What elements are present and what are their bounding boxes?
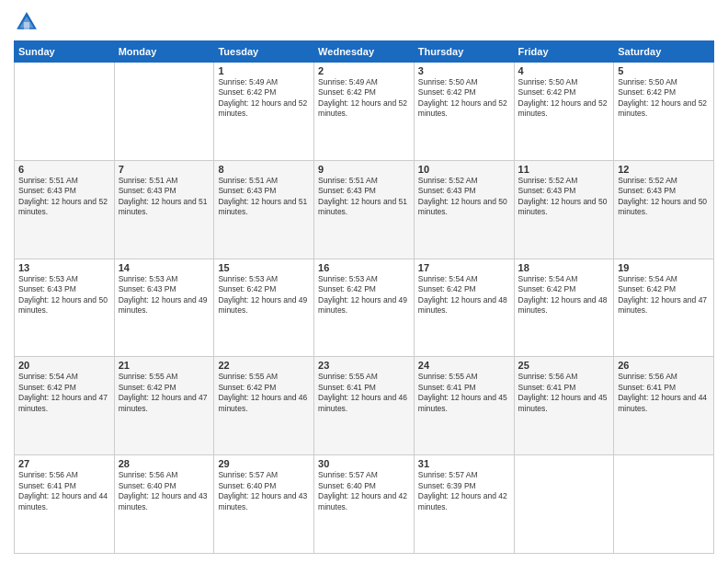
sunset-text: Sunset: 6:42 PM xyxy=(218,284,276,293)
sunset-text: Sunset: 6:43 PM xyxy=(318,186,376,195)
day-number: 8 xyxy=(218,164,310,175)
sunset-text: Sunset: 6:42 PM xyxy=(618,284,676,293)
calendar-cell: 10 Sunrise: 5:52 AM Sunset: 6:43 PM Dayl… xyxy=(414,160,514,259)
day-number: 14 xyxy=(119,262,210,273)
day-number: 9 xyxy=(318,164,410,175)
sunrise-text: Sunrise: 5:49 AM xyxy=(318,77,378,86)
sunset-text: Sunset: 6:43 PM xyxy=(618,186,676,195)
day-info: Sunrise: 5:57 AM Sunset: 6:40 PM Dayligh… xyxy=(318,470,410,512)
calendar-cell: 28 Sunrise: 5:56 AM Sunset: 6:40 PM Dayl… xyxy=(114,455,214,554)
sunrise-text: Sunrise: 5:53 AM xyxy=(218,274,278,283)
daylight-text: Daylight: 12 hours and 52 minutes. xyxy=(318,98,407,118)
calendar-week-row: 1 Sunrise: 5:49 AM Sunset: 6:42 PM Dayli… xyxy=(15,63,714,161)
day-info: Sunrise: 5:55 AM Sunset: 6:41 PM Dayligh… xyxy=(418,372,510,414)
sunset-text: Sunset: 6:41 PM xyxy=(518,383,576,392)
day-info: Sunrise: 5:56 AM Sunset: 6:41 PM Dayligh… xyxy=(618,372,710,414)
day-info: Sunrise: 5:52 AM Sunset: 6:43 PM Dayligh… xyxy=(418,176,510,218)
calendar-cell: 22 Sunrise: 5:55 AM Sunset: 6:42 PM Dayl… xyxy=(214,357,314,455)
calendar-cell: 23 Sunrise: 5:55 AM Sunset: 6:41 PM Dayl… xyxy=(314,357,415,455)
calendar-cell xyxy=(514,455,614,554)
calendar-cell: 8 Sunrise: 5:51 AM Sunset: 6:43 PM Dayli… xyxy=(214,160,314,259)
calendar-cell: 19 Sunrise: 5:54 AM Sunset: 6:42 PM Dayl… xyxy=(614,259,714,357)
daylight-text: Daylight: 12 hours and 43 minutes. xyxy=(218,491,307,511)
day-number: 26 xyxy=(618,360,710,371)
sunrise-text: Sunrise: 5:53 AM xyxy=(318,274,378,283)
sunset-text: Sunset: 6:42 PM xyxy=(418,87,476,97)
day-info: Sunrise: 5:56 AM Sunset: 6:41 PM Dayligh… xyxy=(518,372,610,414)
day-number: 24 xyxy=(418,360,510,371)
day-number: 20 xyxy=(18,360,110,371)
day-info: Sunrise: 5:50 AM Sunset: 6:42 PM Dayligh… xyxy=(518,77,610,120)
daylight-text: Daylight: 12 hours and 49 minutes. xyxy=(318,295,407,315)
calendar-cell: 26 Sunrise: 5:56 AM Sunset: 6:41 PM Dayl… xyxy=(614,357,714,455)
sunrise-text: Sunrise: 5:52 AM xyxy=(418,176,478,185)
sunrise-text: Sunrise: 5:56 AM xyxy=(18,470,78,479)
sunset-text: Sunset: 6:43 PM xyxy=(119,186,176,195)
sunrise-text: Sunrise: 5:51 AM xyxy=(218,176,278,185)
sunrise-text: Sunrise: 5:55 AM xyxy=(218,372,278,381)
day-number: 1 xyxy=(218,65,310,76)
day-info: Sunrise: 5:57 AM Sunset: 6:39 PM Dayligh… xyxy=(418,470,510,512)
daylight-text: Daylight: 12 hours and 45 minutes. xyxy=(518,393,608,412)
daylight-text: Daylight: 12 hours and 50 minutes. xyxy=(518,197,608,216)
sunset-text: Sunset: 6:40 PM xyxy=(119,481,176,490)
sunrise-text: Sunrise: 5:55 AM xyxy=(418,372,478,381)
sunrise-text: Sunrise: 5:54 AM xyxy=(418,274,478,283)
sunrise-text: Sunrise: 5:57 AM xyxy=(318,470,378,479)
col-header-saturday: Saturday xyxy=(614,41,714,63)
sunset-text: Sunset: 6:42 PM xyxy=(218,383,276,392)
day-number: 6 xyxy=(18,164,110,175)
calendar-cell: 2 Sunrise: 5:49 AM Sunset: 6:42 PM Dayli… xyxy=(314,63,415,161)
day-info: Sunrise: 5:50 AM Sunset: 6:42 PM Dayligh… xyxy=(618,77,710,120)
day-number: 15 xyxy=(218,262,310,273)
daylight-text: Daylight: 12 hours and 43 minutes. xyxy=(119,491,208,511)
sunrise-text: Sunrise: 5:52 AM xyxy=(618,176,677,185)
day-info: Sunrise: 5:53 AM Sunset: 6:43 PM Dayligh… xyxy=(18,274,110,316)
sunset-text: Sunset: 6:43 PM xyxy=(218,186,276,195)
sunrise-text: Sunrise: 5:53 AM xyxy=(18,274,78,283)
day-info: Sunrise: 5:49 AM Sunset: 6:42 PM Dayligh… xyxy=(318,77,410,120)
sunrise-text: Sunrise: 5:54 AM xyxy=(18,372,78,381)
sunrise-text: Sunrise: 5:50 AM xyxy=(518,77,578,86)
day-info: Sunrise: 5:53 AM Sunset: 6:42 PM Dayligh… xyxy=(218,274,310,316)
day-info: Sunrise: 5:56 AM Sunset: 6:41 PM Dayligh… xyxy=(18,470,110,512)
sunrise-text: Sunrise: 5:49 AM xyxy=(218,77,278,86)
calendar-cell: 9 Sunrise: 5:51 AM Sunset: 6:43 PM Dayli… xyxy=(314,160,415,259)
sunset-text: Sunset: 6:42 PM xyxy=(518,284,576,293)
day-number: 18 xyxy=(518,262,610,273)
daylight-text: Daylight: 12 hours and 46 minutes. xyxy=(318,393,407,412)
sunset-text: Sunset: 6:41 PM xyxy=(18,481,76,490)
sunrise-text: Sunrise: 5:56 AM xyxy=(518,372,578,381)
calendar-cell: 27 Sunrise: 5:56 AM Sunset: 6:41 PM Dayl… xyxy=(15,455,115,554)
logo xyxy=(14,9,43,35)
sunset-text: Sunset: 6:42 PM xyxy=(418,284,476,293)
daylight-text: Daylight: 12 hours and 42 minutes. xyxy=(418,491,507,511)
calendar-cell: 15 Sunrise: 5:53 AM Sunset: 6:42 PM Dayl… xyxy=(214,259,314,357)
day-number: 23 xyxy=(318,360,410,371)
calendar-cell xyxy=(614,455,714,554)
sunset-text: Sunset: 6:42 PM xyxy=(18,383,76,392)
calendar-week-row: 13 Sunrise: 5:53 AM Sunset: 6:43 PM Dayl… xyxy=(15,259,714,357)
calendar-cell: 1 Sunrise: 5:49 AM Sunset: 6:42 PM Dayli… xyxy=(214,63,314,161)
daylight-text: Daylight: 12 hours and 44 minutes. xyxy=(618,393,707,412)
sunset-text: Sunset: 6:40 PM xyxy=(318,481,376,490)
day-info: Sunrise: 5:56 AM Sunset: 6:40 PM Dayligh… xyxy=(119,470,210,512)
col-header-friday: Friday xyxy=(514,41,614,63)
sunrise-text: Sunrise: 5:56 AM xyxy=(618,372,677,381)
header xyxy=(14,9,714,35)
daylight-text: Daylight: 12 hours and 49 minutes. xyxy=(119,295,208,315)
sunset-text: Sunset: 6:40 PM xyxy=(218,481,276,490)
daylight-text: Daylight: 12 hours and 51 minutes. xyxy=(218,197,307,216)
day-number: 19 xyxy=(618,262,710,273)
sunset-text: Sunset: 6:43 PM xyxy=(418,186,476,195)
calendar-cell: 12 Sunrise: 5:52 AM Sunset: 6:43 PM Dayl… xyxy=(614,160,714,259)
sunrise-text: Sunrise: 5:52 AM xyxy=(518,176,578,185)
calendar-cell xyxy=(114,63,214,161)
calendar-header-row: SundayMondayTuesdayWednesdayThursdayFrid… xyxy=(15,41,714,63)
sunrise-text: Sunrise: 5:51 AM xyxy=(18,176,78,185)
daylight-text: Daylight: 12 hours and 44 minutes. xyxy=(18,491,108,511)
sunset-text: Sunset: 6:43 PM xyxy=(18,284,76,293)
day-number: 30 xyxy=(318,458,410,469)
col-header-sunday: Sunday xyxy=(15,41,115,63)
sunset-text: Sunset: 6:43 PM xyxy=(518,186,576,195)
